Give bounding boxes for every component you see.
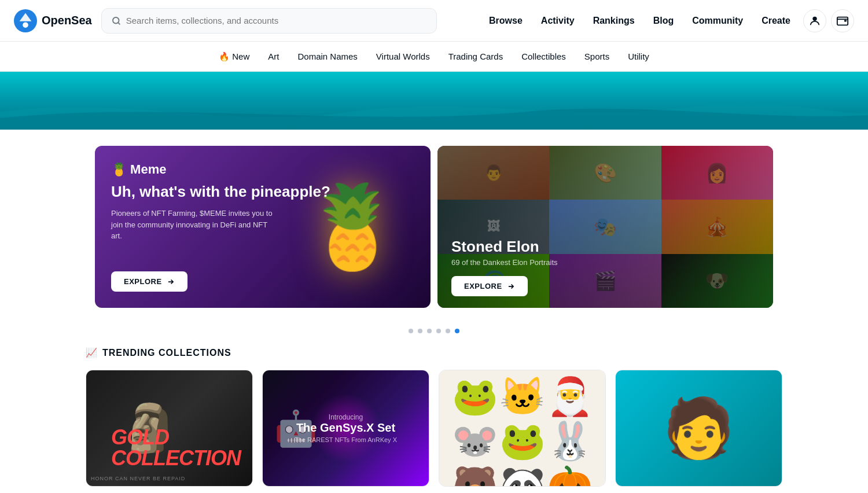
trending-title: TRENDING COLLECTIONS xyxy=(102,348,231,358)
tokidoki-char-2: 🐱 xyxy=(499,375,546,418)
carousel-dot-5[interactable] xyxy=(446,329,450,333)
category-art[interactable]: Art xyxy=(268,51,279,61)
opensea-logo-icon xyxy=(14,9,37,32)
tokidoki-char-6: 🐰 xyxy=(547,420,593,463)
explore-label: EXPLORE xyxy=(124,277,162,286)
gold-motto: HONOR CAN NEVER BE REPAID xyxy=(91,476,185,481)
gensys-text: Introducing The GenSys.X Set The RAREST … xyxy=(295,413,397,443)
tokidoki-char-1: 🐸 xyxy=(452,375,498,418)
explore-stoned-elon-button[interactable]: EXPLORE xyxy=(451,276,528,296)
trending-icon: 📈 xyxy=(86,347,98,358)
search-icon xyxy=(111,16,122,26)
header-icons xyxy=(803,9,854,32)
tokidoki-char-3: 🎅 xyxy=(547,375,593,418)
featured-card-stoned-elon[interactable]: 👨 🎨 👩 🖼 🎭 🎪 🌀 🎬 🐶 Stoned Elon 69 of the … xyxy=(437,146,773,308)
hero-wave xyxy=(0,95,868,130)
wallet-icon xyxy=(836,14,849,27)
svg-point-1 xyxy=(23,22,28,28)
tokidoki-card-image: 🐸 🐱 🎅 🐭 🐸 🐰 🐻 🐼 🎃 🦁 👾 🐯 xyxy=(439,370,605,486)
stoned-elon-subtitle: 69 of the Dankest Elon Portraits xyxy=(451,258,759,267)
gensys-card-image: Introducing The GenSys.X Set The RAREST … xyxy=(263,370,429,486)
carousel-dots xyxy=(0,324,868,343)
trending-card-tokidoki[interactable]: 🐸 🐱 🎅 🐭 🐸 🐰 🐻 🐼 🎃 🦁 👾 🐯 xyxy=(439,370,606,487)
explore-meme-button[interactable]: EXPLORE xyxy=(111,271,187,292)
gold-collection-text: GOLDCOLLECTION xyxy=(111,427,241,469)
svg-point-3 xyxy=(812,16,816,20)
featured-title: Uh, what's with the pineapple? xyxy=(111,183,414,201)
nav-rankings[interactable]: Rankings xyxy=(585,11,643,31)
profile-icon xyxy=(808,14,821,27)
trending-grid: 🗿 GOLDCOLLECTION HONOR CAN NEVER BE REPA… xyxy=(86,370,782,487)
svg-point-2 xyxy=(113,17,119,24)
search-bar[interactable] xyxy=(101,8,437,34)
nav-create[interactable]: Create xyxy=(753,11,799,31)
nav-browse[interactable]: Browse xyxy=(481,11,531,31)
nav-blog[interactable]: Blog xyxy=(645,11,682,31)
featured-card-meme[interactable]: 🍍 Meme Uh, what's with the pineapple? Pi… xyxy=(95,146,431,308)
category-new[interactable]: 🔥 New xyxy=(219,51,249,62)
carousel-dot-1[interactable] xyxy=(409,329,413,333)
category-sports[interactable]: Sports xyxy=(584,51,609,61)
wallet-button[interactable] xyxy=(831,9,854,32)
gensys-title: The GenSys.X Set xyxy=(295,421,397,434)
category-trading-cards[interactable]: Trading Cards xyxy=(448,51,503,61)
svg-point-5 xyxy=(845,20,846,21)
featured-description: Pioneers of NFT Farming, $MEME invites y… xyxy=(111,208,273,242)
category-virtual-worlds[interactable]: Virtual Worlds xyxy=(376,51,430,61)
hero-banner xyxy=(0,72,868,130)
category-bar: 🔥 New Art Domain Names Virtual Worlds Tr… xyxy=(0,42,868,72)
carousel-dot-2[interactable] xyxy=(418,329,422,333)
trending-section: 📈 TRENDING COLLECTIONS 🗿 GOLDCOLLECTION … xyxy=(0,343,868,493)
nav-community[interactable]: Community xyxy=(684,11,751,31)
header: OpenSea Browse Activity Rankings Blog Co… xyxy=(0,0,868,42)
featured-left-content: 🍍 Meme Uh, what's with the pineapple? Pi… xyxy=(95,146,431,308)
logo-text: OpenSea xyxy=(42,14,92,27)
category-collectibles[interactable]: Collectibles xyxy=(521,51,566,61)
trending-header: 📈 TRENDING COLLECTIONS xyxy=(86,347,782,358)
tokidoki-char-8: 🐼 xyxy=(499,464,546,487)
stoned-elon-title: Stoned Elon xyxy=(451,238,759,256)
trending-card-gensys[interactable]: Introducing The GenSys.X Set The RAREST … xyxy=(262,370,429,487)
gensys-intro: Introducing xyxy=(295,413,397,421)
trending-card-abstract[interactable]: 🧑 xyxy=(615,370,782,487)
gold-card-image: 🗿 GOLDCOLLECTION HONOR CAN NEVER BE REPA… xyxy=(86,370,252,486)
fourth-card-image: 🧑 xyxy=(616,370,782,486)
carousel-dot-4[interactable] xyxy=(436,329,441,333)
explore-right-label: EXPLORE xyxy=(464,282,502,290)
featured-section: 🍍 Meme Uh, what's with the pineapple? Pi… xyxy=(0,130,868,324)
nav-links: Browse Activity Rankings Blog Community … xyxy=(481,11,799,31)
tokidoki-char-4: 🐭 xyxy=(452,420,498,463)
nav-activity[interactable]: Activity xyxy=(533,11,583,31)
carousel-dot-3[interactable] xyxy=(427,329,432,333)
tokidoki-char-7: 🐻 xyxy=(452,464,498,487)
logo[interactable]: OpenSea xyxy=(14,9,92,32)
featured-right-overlay: Stoned Elon 69 of the Dankest Elon Portr… xyxy=(437,146,773,308)
arrow-right-icon xyxy=(167,278,175,286)
meme-badge: 🍍 Meme xyxy=(111,162,414,177)
category-domain-names[interactable]: Domain Names xyxy=(297,51,357,61)
gensys-subtitle: The RAREST NFTs From AnRKey X xyxy=(295,436,397,443)
tokidoki-char-9: 🎃 xyxy=(547,464,593,487)
profile-button[interactable] xyxy=(803,9,826,32)
fourth-card-icon: 🧑 xyxy=(663,394,735,462)
arrow-right-icon-2 xyxy=(507,282,515,290)
trending-card-gold[interactable]: 🗿 GOLDCOLLECTION HONOR CAN NEVER BE REPA… xyxy=(86,370,253,487)
category-utility[interactable]: Utility xyxy=(628,51,649,61)
featured-left-top: 🍍 Meme Uh, what's with the pineapple? Pi… xyxy=(111,162,414,242)
search-input[interactable] xyxy=(126,16,427,25)
tokidoki-char-5: 🐸 xyxy=(499,420,546,463)
carousel-dot-6[interactable] xyxy=(455,329,459,333)
